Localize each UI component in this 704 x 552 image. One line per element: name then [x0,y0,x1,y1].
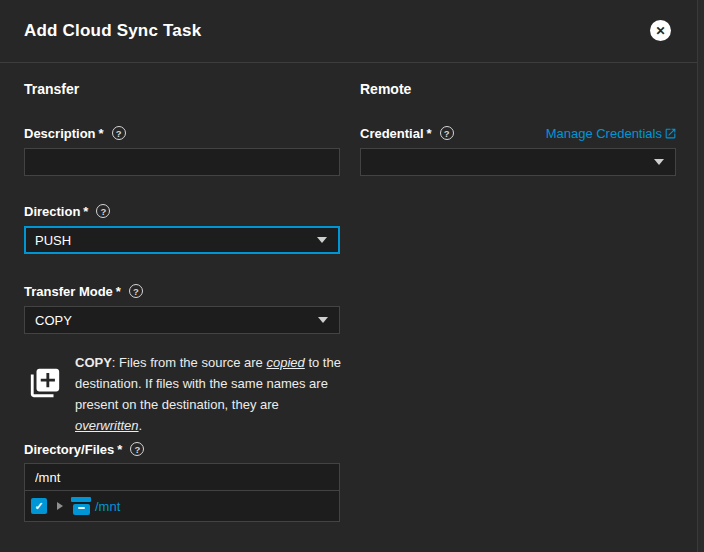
direction-selected-value: PUSH [35,233,71,248]
help-icon[interactable]: ? [440,126,454,140]
remote-section-heading: Remote [360,81,411,97]
help-icon[interactable]: ? [112,126,126,140]
help-icon[interactable]: ? [130,442,144,456]
manage-credentials-link[interactable]: Manage Credentials [546,125,677,141]
required-asterisk: * [117,442,122,457]
tree-checkbox-checked[interactable]: ✓ [31,498,47,514]
required-asterisk: * [99,126,104,141]
triangle-right-icon[interactable] [57,502,63,510]
scrollbar-gutter[interactable] [697,0,704,552]
direction-label: Direction* ? [24,203,110,219]
credential-select[interactable] [360,148,676,176]
caret-down-icon [318,317,328,323]
dataset-archive-icon [71,497,91,515]
transfer-mode-label: Transfer Mode* ? [24,283,143,299]
direction-select[interactable]: PUSH [24,226,340,254]
description-input[interactable] [24,148,340,176]
copy-hint-text: COPY: Files from the source are copied t… [75,352,345,436]
help-icon[interactable]: ? [96,204,110,218]
transfer-mode-selected-value: COPY [35,313,72,328]
copy-plus-icon [28,366,62,400]
credential-label: Credential* ? [360,125,454,141]
close-icon[interactable]: ✕ [650,20,671,41]
directory-tree-row[interactable]: ✓ /mnt [24,490,340,522]
transfer-mode-select[interactable]: COPY [24,306,340,334]
required-asterisk: * [83,204,88,219]
close-x-glyph: ✕ [655,25,665,37]
required-asterisk: * [116,284,121,299]
transfer-section-heading: Transfer [24,81,79,97]
required-asterisk: * [427,126,432,141]
add-cloud-sync-task-dialog: Add Cloud Sync Task ✕ Transfer Descripti… [0,0,704,552]
dialog-title: Add Cloud Sync Task [24,21,201,41]
directory-files-label: Directory/Files* ? [24,441,144,457]
caret-down-icon [317,237,327,243]
tree-node-label[interactable]: /mnt [95,499,120,514]
caret-down-icon [654,159,664,165]
help-icon[interactable]: ? [129,284,143,298]
dialog-header: Add Cloud Sync Task ✕ [0,0,697,63]
directory-files-input[interactable] [24,463,340,491]
description-label: Description* ? [24,125,126,141]
external-link-icon [664,127,677,140]
